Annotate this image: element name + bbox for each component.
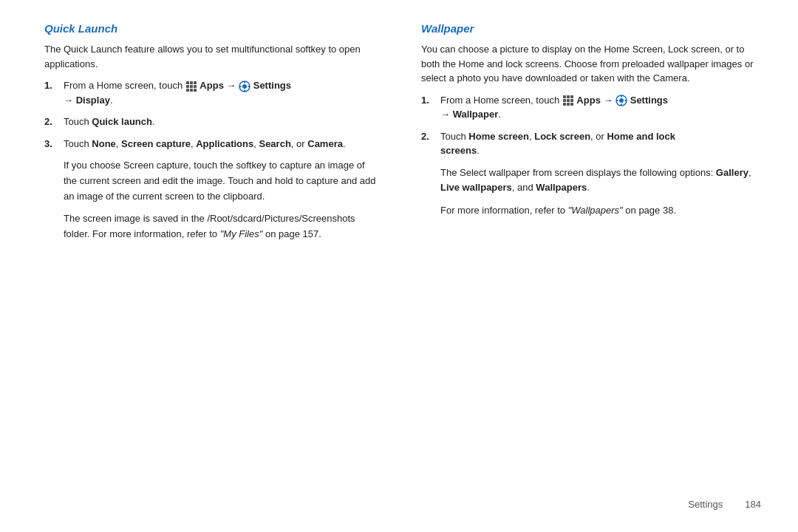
wallpaper-step-1-wallpaper: Wallpaper (453, 109, 499, 120)
wallpaper-step-2-content: Touch Home screen, Lock screen, or Home … (440, 129, 754, 158)
step-2-label: Quick launch (92, 116, 152, 127)
step-1-apps-label: Apps (200, 80, 224, 91)
svg-rect-18 (563, 99, 566, 102)
wallpaper-step-2-num: 2. (421, 129, 434, 158)
footer-section-label: Settings (688, 499, 723, 510)
svg-rect-4 (190, 85, 193, 88)
svg-rect-26 (621, 95, 622, 98)
svg-rect-7 (190, 89, 193, 92)
wallpaper-step-1-num: 1. (421, 93, 434, 122)
content-columns: Quick Launch The Quick Launch feature al… (37, 22, 761, 491)
quick-launch-steps: 1. From a Home screen, touch (44, 78, 377, 151)
svg-rect-3 (186, 85, 189, 88)
step-1-num: 1. (44, 78, 58, 107)
step-1-settings-label: Settings (253, 80, 291, 91)
apps-icon-right-1 (562, 95, 574, 106)
wallpaper-step-1-apps: Apps (576, 95, 601, 106)
wallpaper-note2: For more information, refer to "Wallpape… (440, 203, 754, 219)
svg-rect-29 (625, 100, 627, 101)
left-column: Quick Launch The Quick Launch feature al… (37, 22, 384, 491)
svg-rect-1 (190, 81, 193, 84)
settings-icon-left-1 (239, 81, 250, 92)
step-1-display-label: Display (76, 95, 110, 106)
step-2-num: 2. (44, 115, 58, 129)
wallpaper-step-1-content: From a Home screen, touch (440, 93, 754, 122)
page: Quick Launch The Quick Launch feature al… (0, 0, 798, 532)
quick-launch-title: Quick Launch (44, 22, 377, 35)
svg-rect-17 (570, 95, 573, 98)
quick-launch-step-2: 2. Touch Quick launch. (44, 115, 377, 129)
svg-rect-15 (563, 95, 566, 98)
svg-rect-2 (194, 81, 197, 84)
quick-launch-note2: The screen image is saved in the /Root/s… (64, 211, 377, 242)
quick-launch-note1: If you choose Screen capture, touch the … (64, 158, 377, 204)
step-3-num: 3. (44, 137, 58, 151)
right-column: Wallpaper You can choose a picture to di… (414, 22, 761, 491)
svg-rect-13 (239, 86, 242, 87)
svg-rect-0 (186, 81, 189, 84)
settings-icon-right-1 (615, 95, 627, 106)
quick-launch-step-1: 1. From a Home screen, touch (44, 78, 377, 107)
footer-page-number: 184 (745, 499, 761, 510)
svg-rect-28 (616, 100, 618, 101)
svg-rect-14 (248, 86, 250, 87)
step-3-content: Touch None, Screen capture, Applications… (64, 137, 377, 151)
svg-rect-19 (567, 99, 570, 102)
svg-rect-22 (567, 103, 570, 106)
wallpaper-step-2: 2. Touch Home screen, Lock screen, or Ho… (421, 129, 754, 158)
wallpaper-title: Wallpaper (421, 22, 754, 35)
svg-rect-12 (244, 89, 245, 92)
svg-rect-20 (570, 99, 573, 102)
svg-rect-11 (244, 81, 245, 83)
step-1-content: From a Home screen, touch (64, 78, 377, 107)
step-2-content: Touch Quick launch. (64, 115, 377, 129)
quick-launch-intro: The Quick Launch feature allows you to s… (44, 42, 377, 71)
wallpaper-step-1: 1. From a Home screen, touch (421, 93, 754, 122)
svg-rect-27 (621, 104, 622, 106)
svg-point-10 (242, 84, 247, 89)
svg-rect-23 (570, 103, 573, 106)
wallpaper-note1: The Select wallpaper from screen display… (440, 166, 754, 197)
wallpaper-steps: 1. From a Home screen, touch (421, 93, 754, 158)
wallpaper-step-1-settings: Settings (630, 95, 668, 106)
svg-point-25 (619, 98, 624, 103)
svg-rect-21 (563, 103, 566, 106)
svg-rect-6 (186, 89, 189, 92)
quick-launch-step-3: 3. Touch None, Screen capture, Applicati… (44, 137, 377, 151)
svg-rect-5 (194, 85, 197, 88)
wallpaper-intro: You can choose a picture to display on t… (421, 42, 754, 86)
svg-rect-8 (194, 89, 197, 92)
svg-rect-16 (567, 95, 570, 98)
footer: Settings 184 (37, 491, 761, 510)
apps-icon-left-1 (185, 81, 197, 92)
